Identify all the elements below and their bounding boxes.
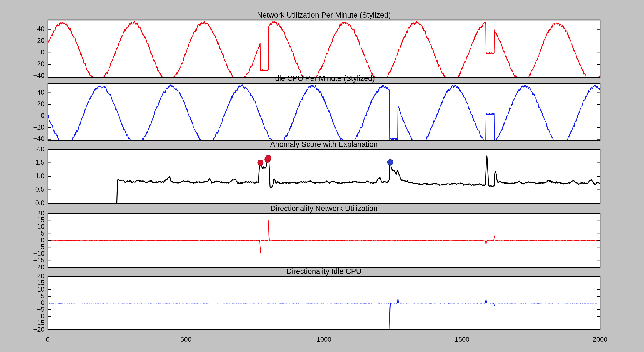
figure: Network Utilization Per Minute (Stylized… — [0, 0, 644, 352]
plot-title-anomaly-score: Anomaly Score with Explanation — [48, 140, 600, 149]
plot-title-idle-cpu: Idle CPU Per Minute (Stylized) — [48, 74, 600, 83]
plot-title-network-utilization: Network Utilization Per Minute (Stylized… — [48, 11, 600, 19]
plot-title-directionality-network: Directionality Network Utilization — [48, 204, 600, 213]
figure-canvas — [0, 0, 644, 352]
plot-title-directionality-cpu: Directionality Idle CPU — [48, 267, 600, 276]
